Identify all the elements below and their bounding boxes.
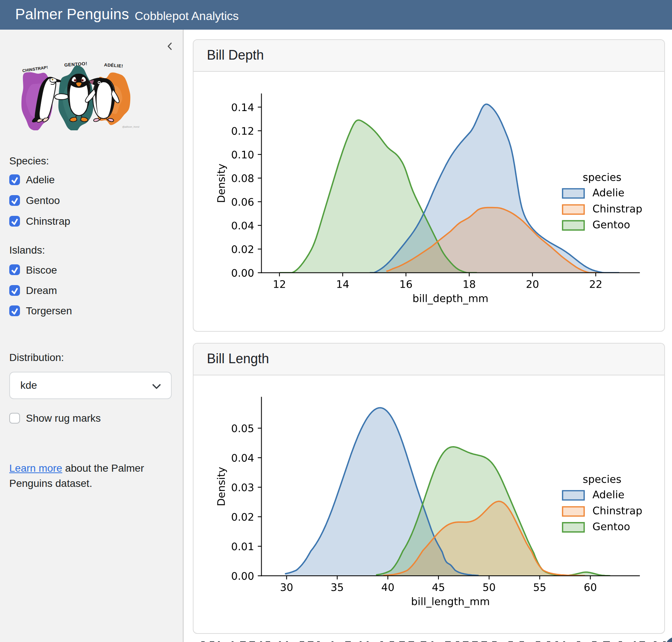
svg-text:CHINSTRAP!: CHINSTRAP! <box>22 65 48 73</box>
svg-text:@allison_horst: @allison_horst <box>122 126 140 128</box>
svg-text:GENTOO!: GENTOO! <box>64 61 87 68</box>
svg-text:ADÉLIE!: ADÉLIE! <box>104 62 123 69</box>
